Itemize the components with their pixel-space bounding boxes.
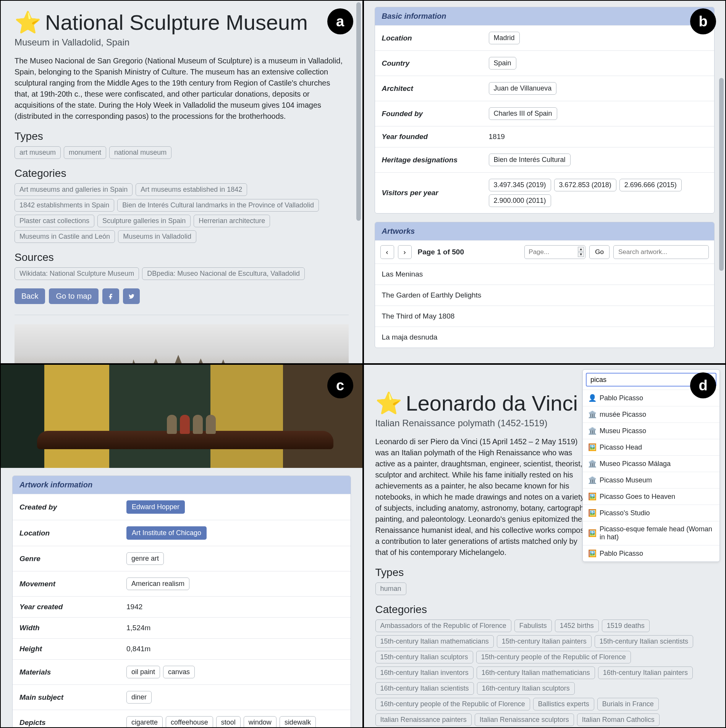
category-tag[interactable]: 15th-century Italian painters bbox=[497, 635, 592, 648]
category-tag[interactable]: 1519 deaths bbox=[602, 620, 650, 632]
category-tag[interactable]: Art museums and galleries in Spain bbox=[15, 183, 133, 196]
category-tag[interactable]: Art museums established in 1842 bbox=[136, 183, 247, 196]
country-label: Country bbox=[382, 59, 489, 68]
search-result-item[interactable]: 🖼️Picasso-esque female head (Woman in ha… bbox=[583, 521, 720, 545]
page-stepper[interactable]: ▲▼ bbox=[578, 247, 584, 257]
main-subject-label: Main subject bbox=[19, 693, 126, 702]
result-label: Pablo Picasso bbox=[600, 394, 643, 402]
type-tag[interactable]: human bbox=[375, 582, 406, 595]
category-tag[interactable]: 15th-century Italian mathematicians bbox=[375, 635, 494, 648]
go-button[interactable]: Go bbox=[589, 245, 610, 259]
category-tag[interactable]: 16th-century Italian mathematicians bbox=[477, 667, 595, 679]
visitors-chip[interactable]: 2.696.666 (2015) bbox=[619, 179, 682, 191]
height-value: 0,841m bbox=[126, 645, 150, 653]
source-tag[interactable]: DBpedia: Museo Nacional de Escultura, Va… bbox=[142, 267, 305, 280]
search-result-item[interactable]: 🏛️Picasso Museum bbox=[583, 472, 720, 488]
next-page-button[interactable]: › bbox=[398, 245, 412, 259]
search-result-item[interactable]: 🖼️Picasso Head bbox=[583, 439, 720, 455]
search-result-item[interactable]: 🖼️Picasso Goes to Heaven bbox=[583, 488, 720, 505]
result-label: Pablo Picasso bbox=[600, 550, 643, 558]
category-tag[interactable]: Italian Renaissance sculptors bbox=[475, 713, 574, 726]
genre-chip[interactable]: genre art bbox=[126, 552, 164, 565]
category-tag[interactable]: Ambassadors of the Republic of Florence bbox=[375, 620, 511, 632]
page-title: Leonardo da Vinci bbox=[406, 391, 578, 416]
architect-label: Architect bbox=[382, 84, 489, 93]
category-tag[interactable]: 16th-century people of the Republic of F… bbox=[375, 698, 530, 710]
category-tag[interactable]: 16th-century Italian inventors bbox=[375, 667, 474, 679]
category-tag[interactable]: Herrerian architecture bbox=[194, 215, 270, 227]
scrollbar[interactable] bbox=[719, 2, 724, 347]
artwork-list-item[interactable]: The Third of May 1808 bbox=[375, 306, 715, 327]
category-tag[interactable]: 16th-century Italian sculptors bbox=[477, 682, 575, 695]
prev-page-button[interactable]: ‹ bbox=[380, 245, 394, 259]
type-tag[interactable]: monument bbox=[64, 146, 106, 159]
country-chip[interactable]: Spain bbox=[489, 57, 516, 70]
material-chip[interactable]: oil paint bbox=[126, 666, 160, 678]
museum-image bbox=[15, 324, 349, 363]
artwork-location-link[interactable]: Art Institute of Chicago bbox=[126, 526, 207, 540]
category-tag[interactable]: 15th-century Italian scientists bbox=[595, 635, 693, 648]
category-tag[interactable]: Bien de Interés Cultural landmarks in th… bbox=[117, 199, 319, 212]
main-subject-chip[interactable]: diner bbox=[126, 691, 152, 704]
category-tag[interactable]: 16th-century Italian painters bbox=[598, 667, 693, 679]
scrollbar[interactable] bbox=[356, 2, 361, 282]
category-tag[interactable]: Plaster cast collections bbox=[15, 215, 94, 227]
visitors-chip[interactable]: 2.900.000 (2011) bbox=[489, 194, 551, 207]
back-button[interactable]: Back bbox=[15, 288, 45, 304]
architect-chip[interactable]: Juan de Villanueva bbox=[489, 82, 557, 95]
movement-chip[interactable]: American realism bbox=[126, 578, 189, 590]
visitors-chip[interactable]: 3.672.853 (2018) bbox=[554, 179, 616, 191]
search-result-item[interactable]: 🖼️Picasso's Studio bbox=[583, 505, 720, 521]
depicts-chip[interactable]: coffeehouse bbox=[166, 716, 213, 727]
category-tag[interactable]: Ballistics experts bbox=[533, 698, 594, 710]
twitter-share-button[interactable] bbox=[123, 288, 140, 304]
width-label: Width bbox=[19, 624, 126, 632]
result-type-icon: 🖼️ bbox=[588, 529, 596, 537]
depicts-chip[interactable]: sidewalk bbox=[280, 716, 316, 727]
created-by-link[interactable]: Edward Hopper bbox=[126, 500, 185, 514]
chevron-right-icon: › bbox=[404, 248, 406, 256]
category-tag[interactable]: Burials in France bbox=[597, 698, 659, 710]
categories-heading: Categories bbox=[375, 603, 714, 616]
depicts-chip[interactable]: window bbox=[244, 716, 276, 727]
facebook-share-button[interactable] bbox=[102, 288, 119, 304]
visitors-label: Visitors per year bbox=[382, 189, 489, 197]
material-chip[interactable]: canvas bbox=[163, 666, 195, 678]
favorite-star-icon[interactable]: ⭐ bbox=[15, 12, 41, 33]
source-tag[interactable]: Wikidata: National Sculpture Museum bbox=[15, 267, 139, 280]
category-tag[interactable]: Museums in Valladolid bbox=[118, 230, 196, 243]
category-tag[interactable]: Museums in Castile and León bbox=[15, 230, 115, 243]
go-to-map-button[interactable]: Go to map bbox=[49, 288, 98, 304]
search-result-item[interactable]: 🖼️Pablo Picasso bbox=[583, 545, 720, 561]
search-result-item[interactable]: 🏛️musée Picasso bbox=[583, 406, 720, 422]
types-heading: Types bbox=[15, 130, 349, 142]
category-tag[interactable]: Fabulists bbox=[514, 620, 552, 632]
depicts-chip[interactable]: cigarette bbox=[126, 716, 163, 727]
page-number-input[interactable] bbox=[524, 245, 585, 259]
favorite-star-icon[interactable]: ⭐ bbox=[375, 393, 402, 414]
type-tag[interactable]: art museum bbox=[15, 146, 61, 159]
founded-by-chip[interactable]: Charles III of Spain bbox=[489, 107, 557, 120]
visitors-chip[interactable]: 3.497.345 (2019) bbox=[489, 179, 551, 191]
heritage-chip[interactable]: Bien de Interés Cultural bbox=[489, 154, 571, 166]
artwork-list-item[interactable]: Las Meninas bbox=[375, 264, 715, 285]
category-tag[interactable]: Sculpture galleries in Spain bbox=[97, 215, 191, 227]
category-tag[interactable]: 15th-century people of the Republic of F… bbox=[476, 651, 631, 663]
category-tag[interactable]: 16th-century Italian scientists bbox=[375, 682, 474, 695]
search-result-item[interactable]: 🏛️Museu Picasso bbox=[583, 422, 720, 439]
search-result-item[interactable]: 🏛️Museo Picasso Málaga bbox=[583, 455, 720, 472]
category-tag[interactable]: 1452 births bbox=[555, 620, 599, 632]
category-tag[interactable]: Italian Renaissance painters bbox=[375, 713, 472, 726]
depicts-chip[interactable]: stool bbox=[216, 716, 241, 727]
artwork-list-item[interactable]: La maja desnuda bbox=[375, 327, 715, 348]
search-artwork-input[interactable] bbox=[613, 245, 709, 259]
width-value: 1,524m bbox=[126, 624, 150, 632]
basic-info-header: Basic information bbox=[375, 7, 715, 25]
artwork-list-item[interactable]: The Garden of Earthly Delights bbox=[375, 285, 715, 306]
location-chip[interactable]: Madrid bbox=[489, 32, 520, 44]
type-tag[interactable]: national museum bbox=[109, 146, 171, 159]
description-text: Leonardo di ser Piero da Vinci (15 April… bbox=[375, 436, 589, 558]
category-tag[interactable]: 1842 establishments in Spain bbox=[15, 199, 114, 212]
category-tag[interactable]: Italian Roman Catholics bbox=[577, 713, 660, 726]
category-tag[interactable]: 15th-century Italian sculptors bbox=[375, 651, 473, 663]
